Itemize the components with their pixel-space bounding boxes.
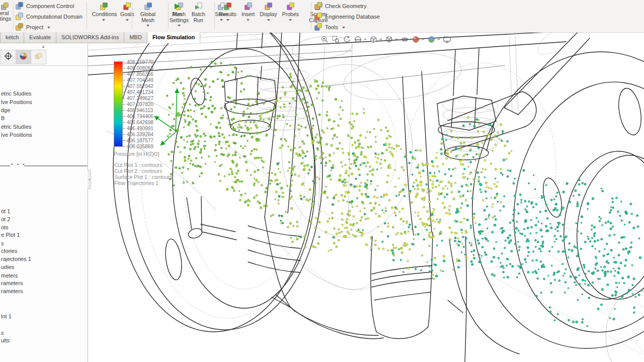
panel-tab-flow-simulation-tree[interactable] bbox=[16, 50, 31, 64]
legend-plot-entry: Cut Plot 1 : contours bbox=[114, 162, 162, 168]
tab-flow-simulation[interactable]: Flow Simulation bbox=[147, 32, 200, 43]
flow-simulation-tree-icon bbox=[19, 52, 28, 62]
view-orientation-icon[interactable] bbox=[368, 34, 378, 44]
panel-tab-feature-tree[interactable] bbox=[1, 50, 16, 64]
tree-item[interactable]: udies bbox=[1, 264, 14, 270]
dropdown-caret-icon[interactable] bbox=[102, 19, 105, 21]
section-view-icon[interactable] bbox=[353, 34, 363, 44]
tree-item[interactable]: etric Studies bbox=[1, 90, 32, 97]
tree-item[interactable]: meters bbox=[1, 273, 18, 279]
legend-tick bbox=[123, 146, 125, 147]
conditions-icon bbox=[100, 2, 108, 11]
dropdown-caret-icon[interactable] bbox=[379, 39, 382, 40]
dropdown-caret-icon[interactable] bbox=[364, 39, 367, 40]
ribbon-button-run[interactable]: Run bbox=[170, 1, 184, 21]
dropdown-caret-icon[interactable] bbox=[226, 19, 229, 21]
ribbon-button-probes[interactable]: Probes bbox=[280, 1, 301, 21]
dropdown-caret-icon[interactable] bbox=[395, 39, 398, 40]
legend-value: 407.552942 bbox=[127, 83, 153, 89]
tree-item[interactable]: ot 1 bbox=[1, 208, 10, 214]
dropdown-caret-icon[interactable] bbox=[146, 25, 149, 27]
tree-item[interactable]: lve Positions bbox=[1, 132, 32, 138]
ribbon-button-results[interactable]: Results bbox=[216, 1, 239, 21]
ribbon-button-engineering-database[interactable]: Engineering Database bbox=[314, 11, 380, 22]
ribbon-button-display[interactable]: Display bbox=[257, 1, 279, 21]
legend-value-row: 406.339284 bbox=[123, 131, 153, 137]
general-settings-button-clipped[interactable]: eral tings bbox=[0, 0, 13, 32]
dropdown-caret-icon[interactable] bbox=[437, 39, 440, 40]
wireframe-ghost-layer bbox=[88, 21, 644, 362]
panel-tab-display-manager[interactable] bbox=[31, 50, 46, 64]
ribbon-button-batch-run[interactable]: Batch Run bbox=[184, 1, 212, 27]
panel-collapse-handle[interactable]: ◂ bbox=[88, 170, 91, 189]
tree-item[interactable]: ots bbox=[1, 224, 9, 230]
tab-solidworks-add-ins[interactable]: SOLIDWORKS Add-ins bbox=[56, 32, 124, 43]
engineering-database-icon bbox=[314, 12, 323, 21]
dropdown-caret-icon[interactable] bbox=[126, 19, 129, 21]
legend-value-row: 406.490991 bbox=[123, 125, 153, 131]
legend-value: 406.642698 bbox=[127, 120, 153, 125]
ribbon-button-global-mesh[interactable]: Global Mesh bbox=[134, 1, 162, 27]
ribbon-button-computational-domain[interactable]: Computational Domain bbox=[15, 11, 83, 22]
view-settings-icon[interactable] bbox=[442, 34, 452, 44]
tree-item[interactable]: rameters bbox=[1, 280, 23, 286]
legend-plot-entry: Flow Trajectories 1 bbox=[114, 180, 158, 186]
apply-scene-icon[interactable] bbox=[426, 34, 436, 44]
edit-appearance-icon[interactable] bbox=[411, 34, 421, 44]
legend-value-row: 406.187577 bbox=[123, 137, 153, 143]
ribbon-group-separator bbox=[168, 2, 169, 29]
tree-item[interactable]: rajectories 1 bbox=[1, 256, 31, 262]
ribbon-button-check-geometry[interactable]: Check Geometry bbox=[314, 1, 380, 11]
tree-item[interactable]: lve Positions bbox=[1, 99, 32, 105]
legend-tick bbox=[123, 74, 125, 74]
legend-tick bbox=[123, 86, 125, 86]
dropdown-caret-icon[interactable] bbox=[342, 27, 345, 29]
tree-item[interactable]: ctories bbox=[1, 248, 17, 254]
dropdown-caret-icon[interactable] bbox=[47, 27, 50, 29]
graphics-viewport[interactable]: 408.159770408.008063407.856356407.704649… bbox=[0, 0, 644, 362]
tab-evaluate[interactable]: Evaluate bbox=[24, 32, 56, 43]
tab-ketch[interactable]: ketch bbox=[0, 32, 24, 43]
legend-value: 406.946113 bbox=[127, 108, 153, 113]
ribbon-button-label: Conditions bbox=[92, 12, 115, 18]
legend-value-row: 407.552942 bbox=[123, 83, 153, 89]
tree-item[interactable]: ults bbox=[1, 337, 10, 343]
tree-item[interactable]: s bbox=[1, 330, 4, 336]
viewport-canvas bbox=[0, 0, 644, 362]
legend-tick bbox=[123, 68, 125, 68]
ribbon-button-label: Insert bbox=[242, 12, 255, 18]
tree-item[interactable]: B bbox=[1, 115, 5, 121]
ribbon-button-insert[interactable]: Insert bbox=[239, 1, 257, 21]
tree-item[interactable]: rameters bbox=[1, 288, 23, 294]
tree-item[interactable]: ot 2 bbox=[1, 216, 10, 222]
legend-value-row: 408.159770 bbox=[123, 59, 153, 65]
hide-show-items-icon[interactable] bbox=[399, 34, 410, 44]
previous-view-icon[interactable] bbox=[342, 34, 352, 44]
ribbon-button-label: Component Control bbox=[26, 3, 74, 9]
feature-tree-icon bbox=[4, 52, 13, 62]
tree-item[interactable]: dge bbox=[1, 107, 10, 113]
display-style-icon[interactable] bbox=[384, 34, 394, 44]
dropdown-caret-icon[interactable] bbox=[247, 19, 250, 21]
tree-item[interactable]: etric Studies bbox=[1, 124, 32, 130]
panel-tab-strip bbox=[1, 50, 46, 64]
dropdown-caret-icon[interactable] bbox=[422, 39, 425, 40]
tree-item[interactable]: lot 1 bbox=[1, 313, 12, 319]
ribbon-button-label: Run bbox=[172, 12, 182, 18]
ribbon-button-tools[interactable]: Tools bbox=[314, 22, 380, 32]
ribbon-button-project[interactable]: Project bbox=[15, 22, 83, 32]
tree-splitter[interactable]: • • • bbox=[0, 164, 88, 167]
zoom-to-fit-icon[interactable] bbox=[319, 34, 330, 44]
zoom-to-area-icon[interactable] bbox=[331, 34, 341, 44]
ribbon-button-conditions[interactable]: Conditions bbox=[90, 1, 118, 21]
ribbon-button-component-control[interactable]: Component Control bbox=[15, 1, 83, 11]
legend-value-row: 406.946113 bbox=[123, 107, 153, 113]
dropdown-caret-icon[interactable] bbox=[267, 19, 270, 21]
legend-value: 407.856356 bbox=[127, 71, 153, 77]
dropdown-caret-icon[interactable] bbox=[289, 19, 292, 21]
panel-collapse-caret[interactable]: ▲ bbox=[41, 44, 45, 49]
tree-item[interactable]: s bbox=[1, 240, 4, 246]
tab-mbd[interactable]: MBD bbox=[124, 32, 146, 43]
tree-item[interactable]: e Plot 1 bbox=[1, 232, 20, 238]
legend-value: 407.401234 bbox=[127, 89, 153, 95]
